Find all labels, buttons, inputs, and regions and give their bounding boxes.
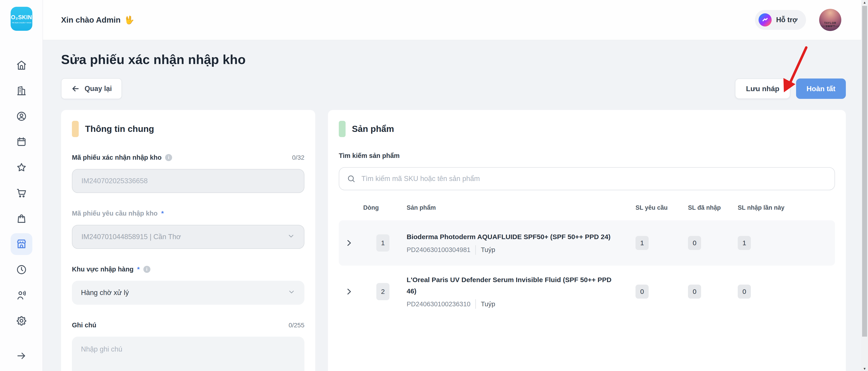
shopping-bag-icon: [16, 213, 27, 224]
greeting: Xin chào Admin 🖖: [61, 16, 134, 25]
product-unit: Tuýp: [481, 301, 495, 308]
sidebar-item-history[interactable]: [11, 259, 32, 280]
scrollbar[interactable]: ▲ ▼: [861, 0, 868, 371]
complete-button[interactable]: Hoàn tất: [796, 79, 846, 99]
gear-icon: [16, 315, 27, 326]
note-label: Ghi chú: [72, 321, 96, 329]
area-label: Khu vực nhập hàng * i: [72, 266, 150, 273]
info-icon[interactable]: i: [144, 266, 150, 273]
user-circle-icon: [16, 111, 27, 122]
product-search-input[interactable]: Tìm kiếm mã SKU hoặc tên sản phẩm: [339, 167, 835, 190]
request-label: Mã phiếu yêu cầu nhập kho *: [72, 210, 164, 217]
avatar-subcaption: THE ERAS TOUR: [819, 25, 841, 27]
product-name: L'Oreal Paris UV Defender Serum Invisibl…: [407, 274, 619, 297]
expand-row-button[interactable]: [339, 239, 359, 247]
product-sku: PD240630100236310: [407, 301, 470, 308]
sidebar-item-customers[interactable]: [11, 105, 32, 127]
sidebar-item-calendar[interactable]: [11, 131, 32, 153]
info-icon[interactable]: i: [165, 154, 172, 161]
product-cell: L'Oreal Paris UV Defender Serum Invisibl…: [407, 274, 629, 309]
expand-row-button[interactable]: [339, 287, 359, 296]
column-qty-requested: SL yêu cầu: [629, 204, 681, 211]
line-number-badge: 2: [376, 283, 390, 300]
sidebar-item-warehouse[interactable]: [11, 233, 32, 255]
qty-imported-badge: 0: [688, 285, 701, 299]
sidebar-nav: [0, 54, 43, 371]
product-sku-row: PD240630100236310 Tuýp: [407, 299, 629, 309]
user-voice-icon: [16, 290, 27, 301]
table-row: 1 Bioderma Photoderm AQUAFLUIDE SPF50+ (…: [339, 220, 835, 266]
home-icon: [16, 60, 27, 70]
main-content: Sửa phiếu xác nhận nhập kho Quay lại Lưu…: [43, 40, 861, 371]
messenger-icon: [758, 13, 772, 27]
code-counter: 0/32: [292, 154, 305, 161]
chevron-down-icon: [287, 232, 295, 242]
back-label: Quay lại: [85, 85, 112, 93]
note-textarea[interactable]: Nhập ghi chú: [72, 337, 304, 371]
general-info-card: Thông tin chung Mã phiếu xác nhận nhập k…: [61, 110, 315, 371]
product-name: Bioderma Photoderm AQUAFLUIDE SPF50+ (SP…: [407, 231, 619, 243]
sidebar-item-orders[interactable]: [11, 182, 32, 204]
star-icon: [16, 162, 27, 173]
support-button[interactable]: Hỗ trợ: [755, 10, 806, 30]
sidebar-item-logout[interactable]: [11, 345, 32, 367]
table-row: 2 L'Oreal Paris UV Defender Serum Invisi…: [339, 268, 835, 315]
products-card: Sản phẩm Tìm kiếm sản phẩm Tìm kiếm mã S…: [328, 110, 846, 371]
request-select[interactable]: IM240701044858915 | Cần Thơ: [72, 225, 304, 249]
sidebar-item-company[interactable]: [11, 80, 32, 101]
note-label-row: Ghi chú 0/255: [72, 321, 304, 329]
arrow-right-icon: [16, 350, 27, 361]
oskin-logo[interactable]: O₂SKIN TRỊ MỤN CHUẨN Y KHOA: [11, 7, 32, 31]
greeting-text: Xin chào Admin: [61, 16, 121, 25]
column-qty-this-time: SL nhập lần này: [731, 204, 835, 211]
scroll-up-arrow[interactable]: ▲: [861, 0, 868, 4]
column-product: Sản phẩm: [407, 204, 629, 211]
required-asterisk: *: [161, 210, 164, 217]
save-draft-button[interactable]: Lưu nháp: [735, 79, 790, 99]
shopping-cart-icon: [16, 188, 27, 198]
scroll-down-arrow[interactable]: ▼: [861, 367, 868, 371]
code-label-row: Mã phiếu xác nhận nhập kho i 0/32: [72, 154, 304, 161]
sidebar-item-favorites[interactable]: [11, 157, 32, 178]
code-placeholder: IM240702025336658: [82, 177, 148, 185]
scrollbar-thumb[interactable]: [862, 6, 867, 337]
arrow-left-icon: [71, 84, 80, 93]
request-label-row: Mã phiếu yêu cầu nhập kho *: [72, 210, 304, 217]
actions-row: Quay lại Lưu nháp Hoàn tất: [61, 78, 846, 99]
general-info-title: Thông tin chung: [85, 124, 154, 134]
general-info-header: Thông tin chung: [72, 121, 304, 137]
qty-requested-badge: 1: [636, 236, 649, 250]
sidebar-item-purchases[interactable]: [11, 208, 32, 229]
support-label: Hỗ trợ: [776, 16, 798, 24]
code-input[interactable]: IM240702025336658: [72, 169, 304, 193]
divider: [475, 299, 476, 309]
section-bar-orange: [72, 121, 79, 137]
search-icon: [347, 175, 355, 183]
request-value: IM240701044858915 | Cần Thơ: [82, 233, 181, 241]
topbar-right: Hỗ trợ TAYLOR SWIFT THE ERAS TOUR: [755, 9, 841, 31]
code-label: Mã phiếu xác nhận nhập kho i: [72, 154, 172, 161]
qty-requested-badge: 0: [636, 285, 649, 299]
required-asterisk: *: [137, 266, 140, 273]
column-line: Dòng: [359, 204, 407, 211]
product-unit: Tuýp: [481, 246, 495, 254]
column-qty-imported: SL đã nhập: [681, 204, 731, 211]
area-value: Hàng chờ xử lý: [81, 289, 129, 297]
clock-icon: [16, 264, 27, 275]
chevron-right-icon: [344, 239, 353, 247]
sidebar-item-settings[interactable]: [11, 310, 32, 332]
qty-this-time-badge: 0: [738, 285, 751, 299]
sidebar-item-home[interactable]: [11, 54, 32, 76]
sidebar-item-staff[interactable]: [11, 284, 32, 306]
chevron-right-icon: [344, 287, 353, 296]
logo-title: O₂SKIN: [11, 14, 32, 21]
qty-this-time-badge: 1: [738, 236, 751, 250]
avatar[interactable]: TAYLOR SWIFT THE ERAS TOUR: [819, 9, 841, 31]
area-select[interactable]: Hàng chờ xử lý: [72, 281, 304, 305]
product-sku-row: PD240630100304981 Tuýp: [407, 245, 629, 255]
qty-imported-badge: 0: [688, 236, 701, 250]
search-placeholder: Tìm kiếm mã SKU hoặc tên sản phẩm: [362, 175, 480, 183]
cards-row: Thông tin chung Mã phiếu xác nhận nhập k…: [61, 110, 846, 371]
back-button[interactable]: Quay lại: [61, 78, 122, 99]
products-header: Sản phẩm: [339, 121, 835, 137]
